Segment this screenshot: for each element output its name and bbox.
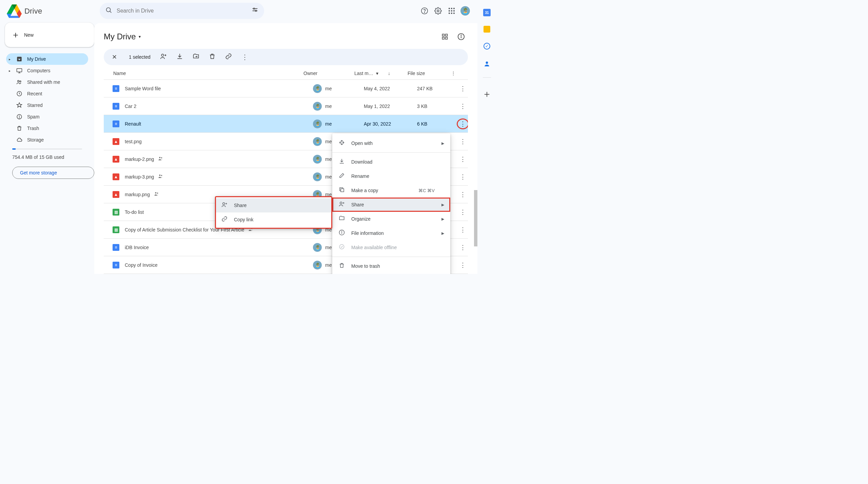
ctx-item-organize[interactable]: Organize▶ bbox=[332, 212, 450, 226]
file-more-icon[interactable]: ⋮ bbox=[458, 226, 468, 234]
share-sub-item-copy-link[interactable]: Copy link bbox=[215, 212, 332, 227]
ctx-item-download[interactable]: Download bbox=[332, 155, 450, 169]
location-title-dropdown[interactable]: My Drive ▾ bbox=[104, 32, 141, 41]
get-more-storage-button[interactable]: Get more storage bbox=[12, 167, 94, 179]
svg-rect-16 bbox=[442, 34, 445, 36]
add-addon-icon[interactable]: ＋ bbox=[483, 90, 491, 98]
file-owner: me bbox=[325, 86, 332, 91]
sidebar-item-shared-with-me[interactable]: Shared with me bbox=[6, 76, 88, 88]
file-more-icon[interactable]: ⋮ bbox=[458, 261, 468, 269]
svg-point-26 bbox=[159, 174, 161, 176]
sidebar-item-label: Spam bbox=[27, 114, 40, 119]
ctx-item-make-a-copy[interactable]: Make a copy⌘C ⌘V bbox=[332, 183, 450, 198]
ctx-item-rename[interactable]: Rename bbox=[332, 169, 450, 183]
file-more-icon[interactable]: ⋮ bbox=[458, 85, 468, 92]
sidebar-item-starred[interactable]: Starred bbox=[6, 99, 88, 111]
file-owner: me bbox=[325, 156, 332, 162]
account-avatar[interactable]: 🏝️ bbox=[458, 4, 472, 18]
tasks-app-icon[interactable]: ✓ bbox=[483, 42, 491, 50]
file-modified: May 1, 2022 bbox=[364, 104, 417, 109]
file-more-icon[interactable]: ⋮ bbox=[458, 173, 468, 181]
storage-usage-text: 754.4 MB of 15 GB used bbox=[12, 154, 94, 160]
sidebar-item-my-drive[interactable]: ▸My Drive bbox=[6, 53, 88, 65]
file-more-icon[interactable]: ⋮ bbox=[458, 155, 468, 163]
sidebar-item-storage[interactable]: Storage bbox=[6, 134, 88, 146]
sidebar-item-label: Storage bbox=[27, 137, 44, 143]
file-more-icon[interactable]: ⋮ bbox=[458, 118, 468, 129]
search-bar[interactable] bbox=[100, 3, 264, 19]
file-more-icon[interactable]: ⋮ bbox=[458, 103, 468, 110]
file-more-icon[interactable]: ⋮ bbox=[458, 244, 468, 251]
settings-icon[interactable] bbox=[431, 4, 445, 18]
search-options-icon[interactable] bbox=[251, 6, 259, 16]
col-menu-icon[interactable]: ⋮ bbox=[448, 71, 458, 76]
col-name[interactable]: Name bbox=[113, 71, 303, 76]
sidebar-item-trash[interactable]: Trash bbox=[6, 123, 88, 134]
link-selected-icon[interactable] bbox=[225, 53, 232, 61]
svg-point-29 bbox=[157, 192, 158, 193]
file-name: To-do list bbox=[125, 209, 144, 215]
open-icon bbox=[338, 139, 345, 147]
calendar-app-icon[interactable]: 31 bbox=[483, 9, 491, 16]
submenu-caret-icon: ▶ bbox=[441, 141, 444, 146]
contacts-app-icon[interactable] bbox=[483, 60, 491, 68]
help-icon[interactable] bbox=[418, 4, 431, 18]
file-more-icon[interactable]: ⋮ bbox=[458, 138, 468, 145]
file-type-doc-icon: ≡ bbox=[104, 244, 125, 251]
expand-caret-icon[interactable]: ▸ bbox=[9, 69, 11, 73]
search-input[interactable] bbox=[117, 8, 247, 14]
expand-caret-icon[interactable]: ▸ bbox=[9, 57, 11, 61]
ctx-item-label: Rename bbox=[351, 173, 369, 179]
copy-icon bbox=[338, 187, 345, 194]
ctx-item-file-information[interactable]: File information▶ bbox=[332, 226, 450, 240]
sidebar-item-computers[interactable]: ▸Computers bbox=[6, 65, 88, 76]
drive-logo-text: Drive bbox=[24, 7, 42, 16]
col-size[interactable]: File size bbox=[408, 71, 448, 76]
svg-point-15 bbox=[437, 10, 439, 12]
svg-point-14 bbox=[424, 12, 425, 13]
file-name: Copy of Invoice bbox=[125, 262, 158, 268]
file-type-img-icon: ▲ bbox=[104, 173, 125, 180]
download-selected-icon[interactable] bbox=[176, 53, 183, 61]
delete-selected-icon[interactable] bbox=[209, 53, 216, 61]
file-type-sheet-icon: ▦ bbox=[104, 209, 125, 216]
file-more-icon[interactable]: ⋮ bbox=[458, 191, 468, 198]
sidebar-item-spam[interactable]: Spam bbox=[6, 111, 88, 123]
sidebar-item-label: Shared with me bbox=[27, 79, 60, 85]
svg-rect-19 bbox=[446, 37, 448, 39]
new-button[interactable]: ＋ New bbox=[5, 22, 94, 47]
download-icon bbox=[338, 158, 345, 166]
clear-selection-icon[interactable]: ✕ bbox=[109, 52, 119, 62]
drive-logo-row[interactable]: Drive bbox=[0, 3, 94, 22]
ctx-item-label: Share bbox=[351, 202, 364, 207]
people-icon bbox=[16, 79, 23, 85]
svg-point-7 bbox=[106, 7, 111, 12]
owner-avatar-icon: 🏝️ bbox=[313, 84, 322, 93]
details-panel-icon[interactable] bbox=[454, 30, 468, 43]
file-row[interactable]: ≡Sample Word file🏝️meMay 4, 2022247 KB⋮ bbox=[104, 80, 468, 97]
svg-point-39 bbox=[223, 203, 225, 205]
more-selected-icon[interactable]: ⋮ bbox=[241, 53, 248, 61]
computer-icon bbox=[16, 68, 23, 74]
ctx-item-label: Organize bbox=[351, 216, 371, 222]
share-selected-icon[interactable] bbox=[160, 53, 167, 61]
sidebar-item-recent[interactable]: Recent bbox=[6, 88, 88, 99]
keep-app-icon[interactable] bbox=[484, 26, 490, 33]
file-size: 247 KB bbox=[417, 86, 458, 91]
layout-grid-icon[interactable] bbox=[438, 30, 452, 43]
ctx-item-share[interactable]: Share▶ bbox=[332, 198, 450, 212]
col-owner[interactable]: Owner bbox=[303, 71, 354, 76]
apps-icon[interactable] bbox=[445, 4, 458, 18]
file-row[interactable]: ≡Renault🏝️meApr 30, 20226 KB⋮ bbox=[104, 115, 468, 133]
file-name: Sample Word file bbox=[125, 86, 161, 91]
plus-icon: ＋ bbox=[11, 29, 20, 41]
submenu-caret-icon: ▶ bbox=[441, 217, 444, 221]
ctx-item-move-to-trash[interactable]: Move to trash bbox=[332, 259, 450, 273]
file-row[interactable]: ≡Car 2🏝️meMay 1, 20223 KB⋮ bbox=[104, 97, 468, 115]
ctx-item-open-with[interactable]: Open with▶ bbox=[332, 136, 450, 150]
share-sub-item-share[interactable]: Share bbox=[215, 198, 332, 212]
file-more-icon[interactable]: ⋮ bbox=[458, 208, 468, 216]
move-selected-icon[interactable] bbox=[193, 53, 199, 61]
svg-point-28 bbox=[155, 192, 156, 193]
col-modified[interactable]: Last m… ▾ ↓ bbox=[354, 71, 408, 76]
